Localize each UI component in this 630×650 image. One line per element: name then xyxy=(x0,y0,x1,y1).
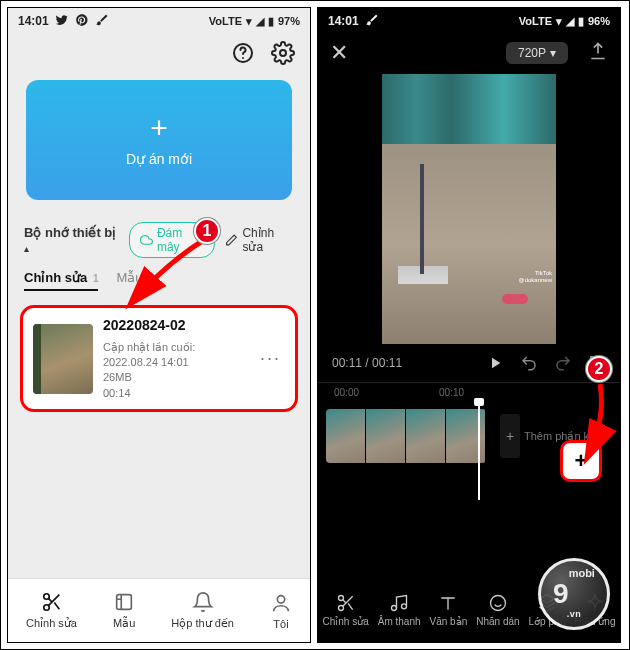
project-title: 20220824-02 xyxy=(103,316,246,336)
tiktok-watermark: TikTok @dokannew xyxy=(519,270,552,284)
project-card[interactable]: 20220824-02 Cập nhật lần cuối: 2022.08.2… xyxy=(20,305,298,412)
nav-edit[interactable]: Chỉnh sửa xyxy=(26,591,77,630)
video-preview[interactable]: TikTok @dokannew xyxy=(382,74,556,344)
new-project-label: Dự án mới xyxy=(126,151,192,167)
plus-icon: + xyxy=(575,450,588,472)
tab-edits[interactable]: Chỉnh sửa 1 xyxy=(24,270,98,291)
wifi-icon: ▾ xyxy=(556,15,562,28)
user-icon xyxy=(270,592,292,614)
music-icon xyxy=(389,593,409,613)
screenshot-right: 14:01 VoLTE ▾ ◢ ▮ 96% ✕ 720P ▾ xyxy=(317,7,621,643)
bell-icon xyxy=(192,591,214,613)
storage-selector[interactable]: Bộ nhớ thiết bị ▴ xyxy=(24,225,119,255)
svg-point-4 xyxy=(43,605,49,611)
help-icon[interactable] xyxy=(230,40,256,66)
svg-point-6 xyxy=(277,595,284,602)
storage-row: Bộ nhớ thiết bị ▴ Đám mây Chỉnh sửa xyxy=(8,220,310,270)
new-project-button[interactable]: + Dự án mới xyxy=(26,80,292,200)
play-button[interactable] xyxy=(486,354,504,372)
tab-templates[interactable]: Mẫu 0 xyxy=(116,270,153,291)
svg-rect-5 xyxy=(117,595,132,610)
svg-point-10 xyxy=(402,604,407,609)
tool-edit[interactable]: Chỉnh sửa xyxy=(322,593,368,627)
twitter-icon xyxy=(55,13,69,30)
wifi-icon: ▾ xyxy=(246,15,252,28)
pinterest-icon xyxy=(75,13,89,30)
plus-icon: + xyxy=(150,113,168,143)
playback-controls: 00:11 / 00:11 xyxy=(318,344,620,382)
svg-point-3 xyxy=(43,594,49,600)
annotation-badge-1: 1 xyxy=(192,216,222,246)
plus-icon: + xyxy=(500,414,520,458)
project-updated: Cập nhật lần cuối: 2022.08.24 14:01 xyxy=(103,340,246,371)
chevron-up-icon: ▴ xyxy=(24,243,29,254)
edit-link[interactable]: Chỉnh sửa xyxy=(225,226,294,254)
brush-icon xyxy=(95,13,109,30)
svg-point-11 xyxy=(490,596,505,611)
gear-icon[interactable] xyxy=(270,40,296,66)
cloud-icon xyxy=(140,233,153,247)
status-battery: 96% xyxy=(588,15,610,27)
svg-point-9 xyxy=(392,606,397,611)
smile-icon xyxy=(488,593,508,613)
template-icon xyxy=(113,591,135,613)
status-net: VoLTE xyxy=(519,15,552,27)
status-net: VoLTE xyxy=(209,15,242,27)
undo-button[interactable] xyxy=(520,354,538,372)
nav-templates[interactable]: Mẫu xyxy=(113,591,135,630)
site-watermark: 9 mobi .vn xyxy=(538,558,610,630)
redo-button[interactable] xyxy=(554,354,572,372)
battery-icon: ▮ xyxy=(268,15,274,28)
editor-topbar: ✕ 720P ▾ xyxy=(318,34,620,74)
status-time: 14:01 xyxy=(18,14,49,28)
project-options[interactable]: ··· xyxy=(256,348,285,369)
scissors-icon xyxy=(336,593,356,613)
nav-me[interactable]: Tôi xyxy=(270,592,292,630)
bottom-nav: Chỉnh sửa Mẫu Hộp thư đến Tôi xyxy=(8,578,310,642)
playback-time: 00:11 / 00:11 xyxy=(332,356,402,370)
tool-sticker[interactable]: Nhãn dán xyxy=(476,593,519,627)
export-icon[interactable] xyxy=(588,41,608,65)
svg-point-1 xyxy=(242,57,244,59)
signal-icon: ◢ xyxy=(256,15,264,28)
playhead[interactable] xyxy=(478,400,480,500)
nav-inbox[interactable]: Hộp thư đến xyxy=(171,591,234,630)
pencil-icon xyxy=(225,233,238,247)
project-tabs: Chỉnh sửa 1 Mẫu 0 xyxy=(8,270,310,301)
project-info: 20220824-02 Cập nhật lần cuối: 2022.08.2… xyxy=(103,316,246,401)
signal-icon: ◢ xyxy=(566,15,574,28)
project-thumbnail xyxy=(33,324,93,394)
close-icon[interactable]: ✕ xyxy=(330,40,348,66)
add-media-button[interactable]: + xyxy=(560,440,602,482)
project-duration: 00:14 xyxy=(103,386,246,401)
annotation-badge-2: 2 xyxy=(584,354,614,384)
screenshot-left: 14:01 VoLTE ▾ ◢ ▮ 97% xyxy=(7,7,311,643)
timeline[interactable]: + Thêm phần kết + xyxy=(318,400,620,520)
timeline-ruler: 00:00 00:10 xyxy=(318,382,620,400)
project-size: 26MB xyxy=(103,370,246,385)
battery-icon: ▮ xyxy=(578,15,584,28)
preview-object xyxy=(502,294,528,304)
top-actions xyxy=(8,34,310,76)
chevron-down-icon: ▾ xyxy=(550,46,556,60)
text-icon xyxy=(438,593,458,613)
scissors-icon xyxy=(41,591,63,613)
status-bar: 14:01 VoLTE ▾ ◢ ▮ 97% xyxy=(8,8,310,34)
status-battery: 97% xyxy=(278,15,300,27)
tool-audio[interactable]: Âm thanh xyxy=(378,593,421,627)
video-clip[interactable] xyxy=(326,409,486,463)
brush-icon xyxy=(365,13,379,30)
status-time: 14:01 xyxy=(328,14,359,28)
preview-bg-top xyxy=(382,74,556,144)
svg-point-2 xyxy=(280,50,286,56)
resolution-selector[interactable]: 720P ▾ xyxy=(506,42,568,64)
preview-mop xyxy=(398,194,448,284)
tool-text[interactable]: Văn bản xyxy=(430,593,468,627)
status-bar: 14:01 VoLTE ▾ ◢ ▮ 96% xyxy=(318,8,620,34)
